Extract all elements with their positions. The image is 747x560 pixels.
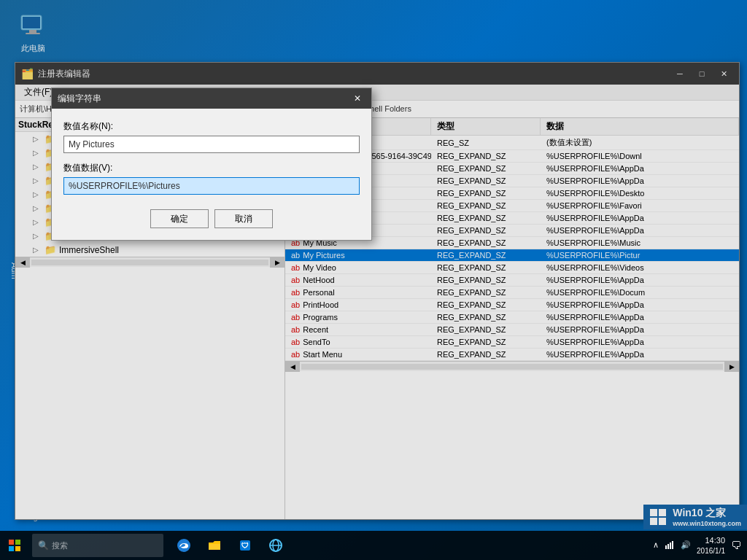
dialog-close-button[interactable]: ✕	[349, 91, 365, 106]
name-input[interactable]	[63, 136, 360, 153]
taskbar-app-network[interactable]	[261, 531, 290, 560]
svg-rect-10	[9, 546, 14, 551]
clock-date: 2016/1/1	[697, 546, 725, 556]
tray-volume-icon: 🔊	[681, 540, 691, 550]
clock[interactable]: 14:30 2016/1/1	[697, 535, 725, 555]
search-placeholder: 搜索	[52, 540, 68, 551]
svg-point-12	[177, 539, 190, 552]
ok-button[interactable]: 确定	[150, 209, 209, 228]
svg-rect-8	[9, 540, 14, 545]
dialog-body: 数值名称(N): 数值数据(V): 确定 取消	[52, 109, 371, 240]
svg-rect-20	[670, 542, 671, 549]
edit-string-dialog: 编辑字符串 ✕ 数值名称(N): 数值数据(V): 确定 取消	[51, 88, 372, 241]
taskbar-search[interactable]: 🔍 搜索	[32, 534, 163, 557]
taskbar: 🔍 搜索 🛡	[0, 531, 747, 560]
tray-network-icon	[665, 540, 675, 551]
svg-rect-11	[15, 546, 20, 551]
dialog-titlebar: 编辑字符串 ✕	[52, 88, 371, 109]
taskbar-app-store[interactable]: 🛡	[231, 531, 260, 560]
svg-rect-19	[667, 544, 669, 549]
svg-text:🛡: 🛡	[241, 542, 249, 550]
search-icon: 🔍	[38, 540, 49, 551]
svg-rect-9	[15, 540, 20, 545]
taskbar-tray: ∧ 🔊 14:30 2016/1/1 🗨	[653, 535, 747, 555]
start-button[interactable]	[0, 531, 29, 560]
taskbar-app-explorer[interactable]	[200, 531, 229, 560]
notification-center[interactable]: 🗨	[731, 540, 741, 551]
cancel-button[interactable]: 取消	[214, 209, 273, 228]
dialog-overlay: 编辑字符串 ✕ 数值名称(N): 数值数据(V): 确定 取消	[0, 0, 747, 560]
svg-rect-18	[665, 545, 667, 549]
data-input[interactable]	[63, 177, 360, 195]
taskbar-app-edge[interactable]	[169, 531, 198, 560]
dialog-buttons: 确定 取消	[63, 209, 360, 228]
desktop: 此电脑 QQ浏览器 Adm MicrosoftEdge	[0, 0, 747, 560]
taskbar-apps: 🛡	[169, 531, 290, 560]
svg-rect-21	[672, 541, 673, 549]
clock-time: 14:30	[697, 535, 725, 545]
name-label: 数值名称(N):	[63, 120, 360, 133]
data-label: 数值数据(V):	[63, 162, 360, 174]
tray-expand[interactable]: ∧	[653, 540, 659, 550]
dialog-title: 编辑字符串	[58, 93, 349, 105]
